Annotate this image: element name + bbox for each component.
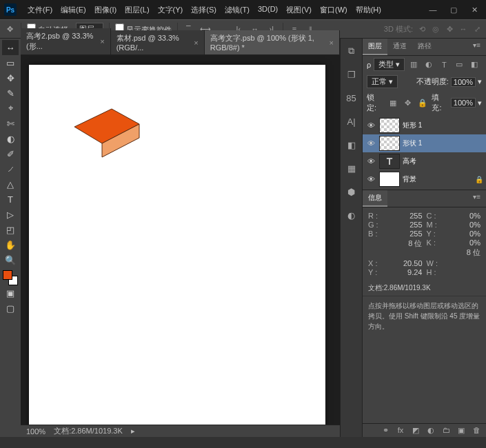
rail-history-icon[interactable]: ⧉ bbox=[343, 43, 360, 59]
document-tab[interactable]: 高考2.psb @ 33.3% (形...× bbox=[21, 28, 111, 54]
document-tab-active[interactable]: 高考文字.psb @ 100% (形状 1, RGB/8#) *× bbox=[205, 30, 340, 54]
rail-paragraph-icon[interactable]: A| bbox=[343, 113, 360, 130]
canvas[interactable] bbox=[29, 65, 325, 425]
orange-3d-shape[interactable] bbox=[69, 106, 145, 168]
menu-layer[interactable]: 图层(L) bbox=[122, 3, 152, 17]
status-bar: 100% 文档:2.86M/1019.3K ▸ bbox=[21, 425, 340, 437]
layer-row[interactable]: 👁 矩形 1 bbox=[363, 116, 486, 134]
marquee-tool[interactable]: ▭ bbox=[2, 55, 19, 70]
link-layers-icon[interactable]: ⚭ bbox=[380, 426, 391, 435]
screenmode-tool[interactable]: ▢ bbox=[2, 301, 19, 316]
3d-pan-icon[interactable]: ✥ bbox=[445, 25, 454, 34]
lock-all-icon[interactable]: 🔒 bbox=[417, 98, 429, 108]
magic-wand-tool[interactable]: ✎ bbox=[2, 85, 19, 101]
gradient-tool[interactable]: △ bbox=[2, 176, 19, 192]
layer-row[interactable]: 👁 T 高考 bbox=[363, 152, 486, 170]
tab-layers[interactable]: 图层 bbox=[363, 39, 387, 55]
quickmask-tool[interactable]: ▣ bbox=[2, 285, 19, 301]
close-tab-icon[interactable]: × bbox=[330, 39, 334, 47]
filter-smart-icon[interactable]: ◧ bbox=[468, 60, 480, 70]
panel-menu-icon[interactable]: ▾≡ bbox=[467, 39, 486, 55]
menu-type[interactable]: 文字(Y) bbox=[155, 3, 186, 17]
healing-tool[interactable]: ◐ bbox=[2, 131, 19, 146]
blend-mode-select[interactable]: 正常 ▾ bbox=[367, 75, 398, 88]
zoom-tool[interactable]: 🔍 bbox=[2, 252, 19, 267]
rail-swatches-icon[interactable]: ◧ bbox=[343, 136, 360, 153]
menu-window[interactable]: 窗口(W) bbox=[317, 3, 350, 17]
lasso-tool[interactable]: ✥ bbox=[2, 70, 19, 85]
lock-position-icon[interactable]: ✥ bbox=[402, 98, 414, 108]
filter-type-icon[interactable]: T bbox=[438, 60, 450, 70]
menu-edit[interactable]: 编辑(E) bbox=[58, 3, 89, 17]
visibility-icon[interactable]: 👁 bbox=[365, 175, 376, 183]
panel-menu-icon[interactable]: ▾≡ bbox=[467, 190, 486, 207]
filter-type-select[interactable]: 类型 ▾ bbox=[374, 58, 405, 71]
layer-row[interactable]: 👁 背景 🔒 bbox=[363, 170, 486, 188]
tab-info[interactable]: 信息 bbox=[363, 190, 387, 207]
crop-tool[interactable]: ⌖ bbox=[2, 101, 19, 116]
3d-scale-icon[interactable]: ⤢ bbox=[472, 25, 482, 34]
tab-paths[interactable]: 路径 bbox=[412, 39, 437, 55]
visibility-icon[interactable]: 👁 bbox=[365, 121, 376, 130]
fill-value[interactable]: 100% bbox=[451, 98, 476, 108]
opacity-value[interactable]: 100% bbox=[451, 77, 476, 87]
maximize-icon[interactable]: ▢ bbox=[446, 6, 461, 14]
lock-pixels-icon[interactable]: ▦ bbox=[387, 98, 399, 108]
new-layer-icon[interactable]: ▣ bbox=[456, 426, 467, 435]
clone-tool[interactable]: ⟋ bbox=[2, 161, 19, 176]
tab-channels[interactable]: 通道 bbox=[387, 39, 412, 55]
rail-char-icon[interactable]: 85 bbox=[343, 90, 360, 106]
trash-icon[interactable]: 🗑 bbox=[471, 426, 482, 435]
shape-tool[interactable]: ◰ bbox=[2, 222, 19, 237]
menu-help[interactable]: 帮助(H) bbox=[353, 3, 384, 17]
eyedropper-tool[interactable]: ✄ bbox=[2, 116, 19, 131]
menu-file[interactable]: 文件(F) bbox=[25, 3, 55, 17]
group-icon[interactable]: 🗀 bbox=[441, 426, 452, 435]
filter-pixel-icon[interactable]: ▥ bbox=[407, 60, 420, 70]
visibility-icon[interactable]: 👁 bbox=[365, 139, 376, 147]
layer-thumb[interactable] bbox=[379, 136, 400, 151]
visibility-icon[interactable]: 👁 bbox=[365, 157, 376, 165]
color-swatch[interactable] bbox=[3, 270, 18, 285]
layer-row-selected[interactable]: 👁 形状 1 bbox=[363, 134, 486, 152]
fx-icon[interactable]: fx bbox=[395, 426, 406, 435]
3d-roll-icon[interactable]: ◎ bbox=[431, 25, 441, 34]
menu-3d[interactable]: 3D(D) bbox=[255, 3, 281, 17]
canvas-viewport[interactable] bbox=[21, 55, 340, 425]
menu-filter[interactable]: 滤镜(T) bbox=[222, 3, 252, 17]
layer-name[interactable]: 背景 bbox=[403, 174, 416, 184]
brush-tool[interactable]: ✐ bbox=[2, 146, 19, 161]
layer-thumb[interactable] bbox=[379, 172, 400, 187]
rail-3d-icon[interactable]: ⬢ bbox=[343, 183, 360, 200]
layer-thumb[interactable] bbox=[379, 118, 400, 133]
rail-patterns-icon[interactable]: ▦ bbox=[343, 160, 360, 176]
move-tool[interactable]: ↔ bbox=[2, 40, 19, 55]
rail-color-icon[interactable]: ◐ bbox=[343, 207, 360, 223]
layer-thumb[interactable]: T bbox=[379, 154, 400, 169]
zoom-level[interactable]: 100% bbox=[26, 427, 45, 436]
menu-select[interactable]: 选择(S) bbox=[188, 3, 219, 17]
rail-properties-icon[interactable]: ❐ bbox=[343, 66, 360, 83]
adjustment-icon[interactable]: ◐ bbox=[425, 426, 436, 435]
3d-slide-icon[interactable]: ↔ bbox=[458, 25, 468, 33]
menu-image[interactable]: 图像(I) bbox=[92, 3, 119, 17]
3d-orbit-icon[interactable]: ⟲ bbox=[417, 25, 427, 34]
collapsed-panel-rail: ⧉ ❐ 85 A| ◧ ▦ ⬢ ◐ bbox=[340, 39, 362, 437]
layer-name[interactable]: 矩形 1 bbox=[403, 121, 422, 130]
menu-view[interactable]: 视图(V) bbox=[283, 3, 314, 17]
close-tab-icon[interactable]: × bbox=[194, 39, 198, 47]
filter-shape-icon[interactable]: ▭ bbox=[453, 60, 465, 70]
type-tool[interactable]: T bbox=[2, 192, 19, 207]
filter-adjust-icon[interactable]: ◐ bbox=[423, 60, 435, 70]
layer-name[interactable]: 高考 bbox=[403, 156, 416, 166]
close-icon[interactable]: ✕ bbox=[467, 6, 482, 14]
document-tab[interactable]: 素材.psd @ 33.3%(RGB/...× bbox=[111, 30, 205, 54]
minimize-icon[interactable]: — bbox=[425, 6, 441, 14]
foreground-color[interactable] bbox=[3, 270, 12, 280]
hand-tool[interactable]: ✋ bbox=[2, 237, 19, 252]
close-tab-icon[interactable]: × bbox=[100, 37, 104, 45]
status-menu-icon[interactable]: ▸ bbox=[131, 427, 135, 436]
mask-icon[interactable]: ◩ bbox=[410, 426, 421, 435]
path-tool[interactable]: ▷ bbox=[2, 207, 19, 222]
layer-name[interactable]: 形状 1 bbox=[403, 139, 422, 148]
